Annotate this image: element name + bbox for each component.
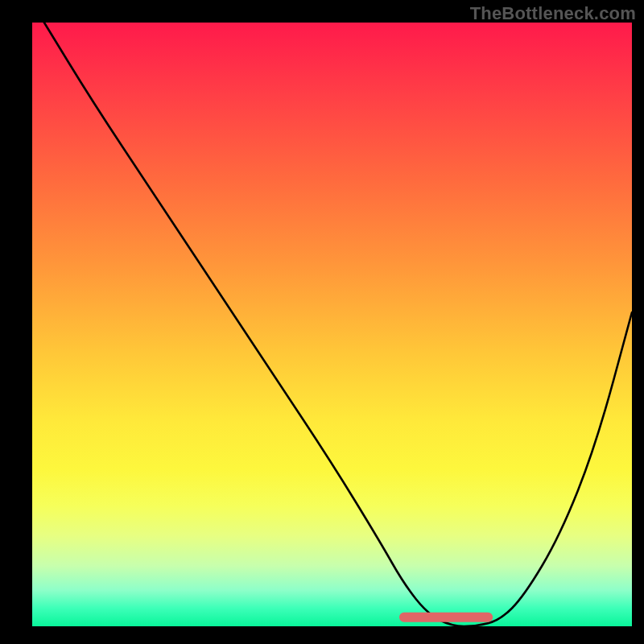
watermark-text: TheBottleneck.com <box>470 3 636 24</box>
chart-svg <box>32 23 632 626</box>
plot-area <box>32 23 632 626</box>
bottleneck-curve-path <box>44 23 632 626</box>
chart-frame: TheBottleneck.com <box>0 0 644 644</box>
